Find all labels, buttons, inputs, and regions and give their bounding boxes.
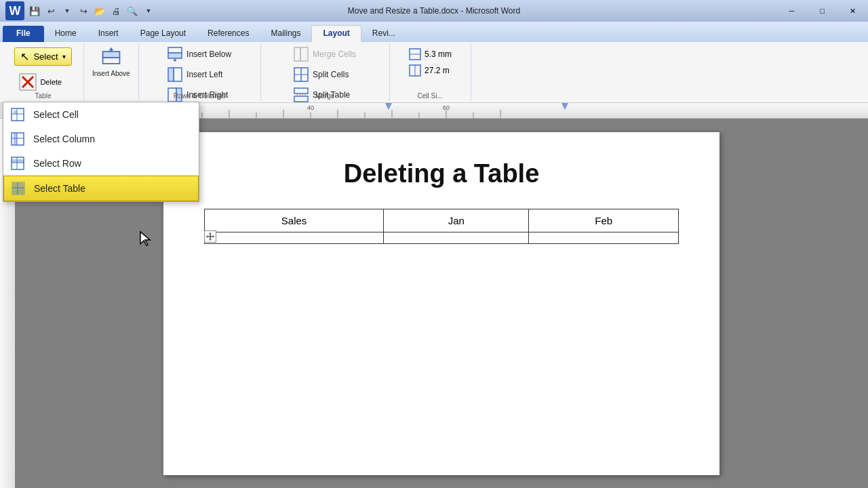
table-move-handle[interactable] [204, 230, 216, 243]
svg-rect-27 [12, 108, 24, 121]
select-table-label: Select Table [34, 183, 85, 194]
restore-button[interactable]: □ [807, 0, 837, 22]
select-label: Select [33, 52, 58, 62]
cell-width-value: 27.2 m [425, 66, 450, 75]
open-button[interactable]: 📂 [92, 3, 107, 18]
ribbon-group-cell-size: 5.3 mm 27.2 m Cell Si... [390, 43, 471, 101]
document-table: Sales Jan Feb [204, 209, 679, 244]
cell-height-icon [408, 47, 422, 61]
select-cell-icon [10, 107, 25, 122]
svg-rect-3 [102, 58, 119, 64]
print-button[interactable]: 🖨 [108, 3, 123, 18]
svg-rect-11 [174, 68, 182, 81]
insert-above-button[interactable]: Insert Above [88, 45, 134, 79]
merge-cells-button[interactable]: Merge Cells [288, 45, 361, 64]
delete-label: Delete [40, 78, 62, 86]
merge-cells-label: Merge Cells [313, 49, 356, 59]
table-cell [529, 232, 679, 244]
tab-mailings[interactable]: Mailings [260, 26, 311, 42]
cell-height-control: 5.3 mm [408, 45, 452, 61]
merge-cells-icon [294, 47, 309, 62]
insert-below-label: Insert Below [186, 49, 231, 59]
redo-button[interactable]: ↪ [76, 3, 91, 18]
tab-home[interactable]: Home [44, 26, 87, 42]
tab-references[interactable]: References [197, 26, 260, 42]
split-cells-button[interactable]: Split Cells [288, 65, 354, 84]
svg-text:60: 60 [443, 104, 450, 111]
delete-button[interactable]: Delete [14, 71, 66, 93]
window-title: Move and Resize a Table.docx - Microsoft… [348, 6, 520, 16]
svg-rect-39 [12, 182, 24, 195]
table-header-row: Sales Jan Feb [205, 209, 679, 232]
close-button[interactable]: ✕ [837, 0, 868, 22]
insert-left-label: Insert Left [186, 70, 222, 79]
tab-page-layout[interactable]: Page Layout [130, 26, 197, 42]
svg-marker-74 [209, 232, 212, 234]
table-row [205, 232, 679, 244]
cell-width-control: 27.2 m [408, 64, 450, 77]
split-cells-label: Split Cells [313, 70, 349, 79]
select-cell-label: Select Cell [33, 109, 79, 120]
tab-insert[interactable]: Insert [87, 26, 130, 42]
print-preview-button[interactable]: 🔍 [125, 3, 140, 18]
delete-icon [18, 73, 37, 92]
select-dropdown-button[interactable]: ↖ Select ▾ [14, 47, 71, 66]
select-column-label: Select Column [33, 134, 95, 144]
tab-file[interactable]: File [3, 26, 44, 42]
page-title: Deleting a Table [204, 159, 679, 188]
svg-rect-7 [168, 47, 182, 53]
insert-below-button[interactable]: Insert Below [162, 45, 237, 64]
tab-review[interactable]: Revi... [361, 26, 406, 42]
svg-text:40: 40 [307, 104, 314, 111]
split-cells-icon [294, 67, 309, 82]
table-cell [205, 232, 384, 244]
svg-rect-15 [294, 47, 300, 61]
title-bar: W 💾 ↩ ▼ ↪ 📂 🖨 🔍 ▼ Move and Resize a Tabl… [0, 0, 868, 22]
svg-rect-28 [14, 110, 17, 114]
insert-above-label: Insert Above [92, 70, 130, 77]
svg-rect-35 [12, 157, 24, 169]
select-dropdown-menu: Select Cell Select Column [3, 102, 199, 202]
qat-dropdown-button[interactable]: ▼ [141, 3, 156, 18]
ribbon-group-insert-above: Insert Above [84, 43, 139, 101]
page-content: Deleting a Table Sales Jan Feb [163, 132, 719, 475]
window-controls: ─ □ ✕ [776, 0, 868, 22]
select-row-icon [10, 156, 25, 171]
save-button[interactable]: 💾 [27, 3, 42, 18]
tab-layout[interactable]: Layout [311, 25, 361, 42]
select-icon: ↖ [20, 50, 29, 63]
table-header-sales: Sales [205, 209, 384, 232]
dropdown-item-select-table[interactable]: Select Table [3, 176, 199, 201]
cell-height-value: 5.3 mm [425, 49, 452, 59]
select-column-icon [10, 131, 25, 146]
svg-marker-76 [206, 235, 208, 238]
svg-rect-8 [168, 53, 182, 58]
ribbon-content: ↖ Select ▾ Delete Table [0, 42, 868, 103]
minimize-button[interactable]: ─ [776, 0, 807, 22]
insert-left-button[interactable]: Insert Left [162, 65, 228, 84]
insert-left-icon [167, 67, 182, 82]
insert-below-icon [167, 47, 182, 62]
svg-rect-32 [14, 133, 17, 145]
table-header-jan: Jan [384, 209, 529, 232]
undo-button[interactable]: ↩ [43, 3, 58, 18]
merge-group-label: Merge [261, 92, 389, 100]
svg-rect-31 [12, 133, 24, 145]
svg-rect-4 [102, 52, 119, 58]
select-chevron-icon: ▾ [62, 53, 66, 60]
dropdown-item-select-column[interactable]: Select Column [3, 127, 199, 151]
svg-rect-12 [168, 68, 174, 81]
undo-dropdown-button[interactable]: ▼ [60, 3, 75, 18]
ribbon-group-table: ↖ Select ▾ Delete Table [3, 43, 84, 101]
svg-marker-77 [213, 235, 214, 238]
ribbon-group-merge: Merge Cells Split Cells [261, 43, 390, 101]
cell-size-group-label: Cell Si... [390, 92, 471, 100]
table-cell [384, 232, 529, 244]
svg-marker-6 [108, 47, 113, 50]
ribbon-tabs: File Home Insert Page Layout References … [0, 22, 868, 42]
insert-above-icon [100, 47, 122, 68]
cell-width-icon [408, 64, 422, 77]
dropdown-item-select-row[interactable]: Select Row [3, 151, 199, 176]
app-icon: W [5, 1, 24, 20]
dropdown-item-select-cell[interactable]: Select Cell [3, 102, 199, 127]
